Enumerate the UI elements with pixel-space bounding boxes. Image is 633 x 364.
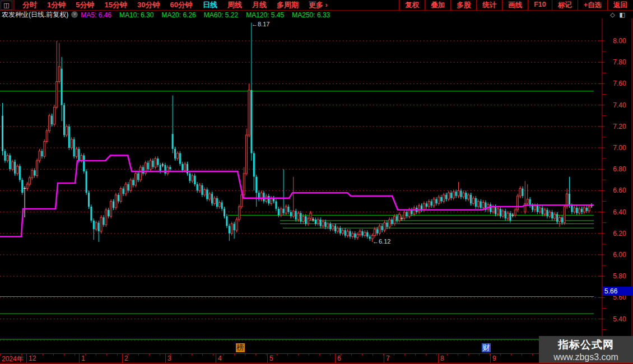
site-watermark: 指标公式网 www.zbgs3.com [539, 336, 633, 363]
trading-app-window: ◫ 分时1分钟5分钟15分钟30分钟60分钟日线周线月线多周期更多 › 复权叠加… [0, 0, 633, 364]
tab-more[interactable]: 更多 › [304, 0, 333, 10]
btn-add-watchlist[interactable]: +自选 [578, 0, 607, 10]
chevron-down-icon[interactable]: ˅ [71, 11, 78, 18]
price-axis-label: 7.60 [607, 80, 632, 87]
watermark-site-name: 指标公式网 [539, 338, 633, 352]
btn-multi-stock[interactable]: 多股 [450, 0, 476, 10]
ma-legend: MA5: 6.46MA10: 6.30MA20: 6.26MA60: 5.22M… [81, 10, 338, 20]
month-label: 5 [269, 354, 273, 362]
month-label: 3 [167, 354, 171, 362]
tab-60min[interactable]: 60分钟 [165, 0, 197, 10]
date-axis: 2024年 12123456789 [0, 353, 633, 363]
year-label: 2024年 [2, 354, 24, 364]
tab-1min[interactable]: 1分钟 [42, 0, 71, 10]
month-label: 1 [81, 354, 85, 362]
price-axis-label: 6.20 [607, 230, 632, 237]
btn-draw[interactable]: 画线 [502, 0, 528, 10]
period-tabs: 分时1分钟5分钟15分钟30分钟60分钟日线周线月线多周期更多 › [13, 0, 333, 10]
price-axis-label: 7.80 [607, 58, 632, 66]
btn-overlay[interactable]: 叠加 [425, 0, 450, 10]
stock-title: 农发种业(日线.前复权) [2, 10, 68, 20]
ma-legend-item: MA5: 6.46 [81, 11, 111, 19]
tab-30min[interactable]: 30分钟 [132, 0, 165, 10]
price-axis-label: 7.00 [607, 144, 632, 152]
month-separator [384, 354, 384, 363]
window-layout-icon[interactable]: ◫ [1, 1, 12, 10]
high-price-annotation: ←8.17 [252, 21, 269, 27]
tab-intraday[interactable]: 分时 [17, 0, 42, 10]
grid-lines [0, 41, 602, 340]
month-separator [216, 354, 216, 363]
month-label: 4 [218, 354, 222, 362]
month-separator [267, 354, 268, 363]
btn-stats[interactable]: 统计 [476, 0, 502, 10]
tab-weekly[interactable]: 周线 [222, 0, 247, 10]
month-label: 8 [440, 354, 444, 362]
price-axis-label: 5.80 [607, 272, 632, 280]
month-separator [26, 354, 27, 363]
tab-15min[interactable]: 15分钟 [99, 0, 132, 10]
ma-legend-item: MA10: 6.30 [119, 11, 153, 19]
month-label: 6 [337, 354, 341, 362]
month-label: 9 [492, 354, 496, 362]
tab-daily[interactable]: 日线 [198, 0, 222, 10]
tab-multi-period[interactable]: 多周期 [272, 0, 304, 10]
price-axis-label: 7.40 [607, 101, 632, 109]
finance-marker[interactable]: 财 [482, 343, 491, 352]
price-axis-label: 6.60 [607, 186, 632, 194]
price-axis-label: 6.40 [607, 208, 632, 216]
tab-monthly[interactable]: 月线 [247, 0, 272, 10]
chart-canvas[interactable] [0, 0, 633, 364]
split-pane-icon[interactable]: ◧ [620, 11, 625, 18]
btn-f10[interactable]: F10 [528, 0, 552, 10]
pane-corner-icons: ◇ ◧ [610, 11, 625, 18]
price-axis-label: 7.20 [607, 123, 632, 130]
month-separator [122, 354, 123, 363]
diamond-icon[interactable]: ◇ [610, 11, 615, 18]
month-separator [438, 354, 439, 363]
rank-marker[interactable]: 榜 [236, 343, 245, 352]
month-separator [165, 354, 166, 363]
price-axis-label: 5.40 [607, 315, 632, 323]
month-label: 12 [29, 354, 36, 362]
right-button-group: 复权叠加多股统计画线F10标记+自选返回 [399, 0, 633, 10]
low-price-annotation: ←6.12 [373, 238, 390, 245]
price-highlight-badge: 5.66 [603, 287, 633, 296]
price-axis-label: 6.80 [607, 165, 632, 173]
ma-legend-item: MA120: 5.45 [246, 11, 284, 19]
ma-legend-item: MA20: 6.26 [161, 11, 196, 19]
ma-legend-item: MA250: 6.33 [292, 11, 330, 19]
month-label: 2 [124, 354, 128, 362]
month-separator [79, 354, 80, 363]
month-separator [335, 354, 336, 363]
price-axis-label: 8.00 [607, 37, 632, 45]
watermark-url: www.zbgs3.com [539, 352, 633, 362]
btn-back[interactable]: 返回 [607, 0, 633, 10]
btn-adjust[interactable]: 复权 [399, 0, 425, 10]
candlestick-series [2, 23, 593, 242]
info-bar: 农发种业(日线.前复权) ˅ MA5: 6.46MA10: 6.30MA20: … [0, 11, 633, 18]
ma-legend-item: MA60: 5.22 [204, 11, 238, 19]
month-separator [490, 354, 491, 363]
price-axis-label: 6.00 [607, 251, 632, 259]
month-label: 7 [386, 354, 390, 362]
tab-5min[interactable]: 5分钟 [71, 0, 99, 10]
btn-mark[interactable]: 标记 [552, 0, 578, 10]
